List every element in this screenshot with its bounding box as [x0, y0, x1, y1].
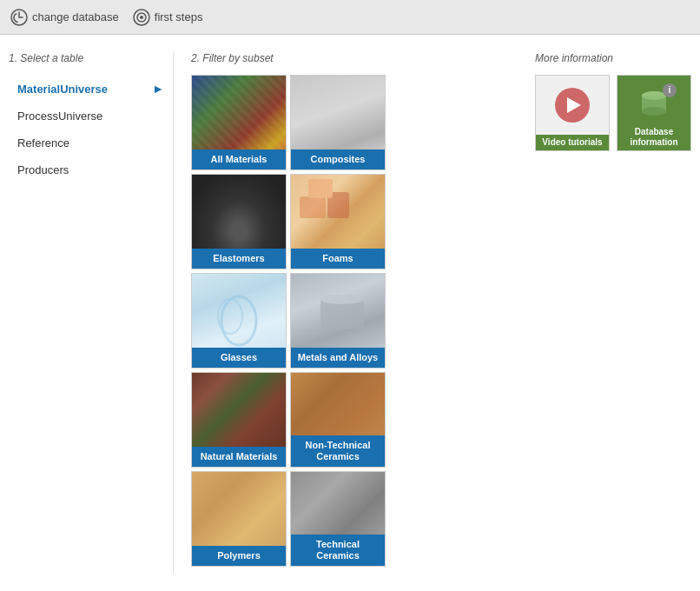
sidebar-item-label: MaterialUniverse: [17, 83, 108, 96]
topbar: change database first steps: [0, 0, 700, 35]
video-tutorials-card[interactable]: Video tutorials: [535, 75, 610, 151]
play-icon: [555, 88, 590, 123]
sidebar-item-label: ProcessUniverse: [17, 110, 102, 123]
tile-non-technical-ceramics-label: Non-Technical Ceramics: [291, 435, 385, 467]
tile-technical-ceramics-label: Technical Ceramics: [291, 535, 385, 566]
sidebar: 1. Select a table MaterialUniverse ► Pro…: [0, 52, 174, 574]
tile-all-materials-label: All Materials: [192, 149, 286, 169]
first-steps-label: first steps: [155, 10, 203, 23]
subset-grid: All Materials Composites Elastomers: [191, 75, 509, 567]
sidebar-item-label: Reference: [17, 136, 69, 149]
tile-composites[interactable]: Composites: [290, 75, 386, 170]
first-steps-button[interactable]: first steps: [133, 9, 203, 26]
tile-polymers[interactable]: Polymers: [191, 471, 287, 567]
chevron-right-icon: ►: [152, 82, 164, 96]
sidebar-section-title: 1. Select a table: [9, 52, 173, 64]
sidebar-item-material-universe[interactable]: MaterialUniverse ►: [9, 75, 173, 103]
database-information-card[interactable]: i Database information: [617, 75, 691, 151]
info-section-title: More information: [535, 52, 691, 64]
tile-metals-alloys[interactable]: Metals and Alloys: [290, 273, 386, 369]
video-tutorials-label: Video tutorials: [536, 135, 609, 150]
filter-section-title: 2. Filter by subset: [191, 52, 509, 64]
change-database-icon: [10, 9, 28, 26]
tile-foams[interactable]: Foams: [290, 174, 386, 269]
metals-svg: [303, 295, 373, 347]
change-database-label: change database: [32, 10, 119, 23]
tile-technical-ceramics[interactable]: Technical Ceramics: [290, 471, 386, 567]
main-layout: 1. Select a table MaterialUniverse ► Pro…: [0, 35, 700, 591]
svg-point-3: [140, 16, 143, 19]
svg-rect-4: [300, 196, 326, 218]
change-database-button[interactable]: change database: [10, 9, 119, 26]
first-steps-icon: [133, 9, 150, 26]
tile-foams-label: Foams: [291, 249, 385, 269]
tile-all-materials[interactable]: All Materials: [191, 75, 287, 170]
sidebar-item-reference[interactable]: Reference: [9, 129, 173, 156]
tile-elastomers[interactable]: Elastomers: [191, 174, 287, 269]
tile-metals-alloys-label: Metals and Alloys: [291, 348, 385, 368]
sidebar-item-producers[interactable]: Producers: [9, 156, 173, 183]
tile-composites-label: Composites: [291, 149, 385, 169]
svg-rect-6: [308, 179, 333, 198]
tile-glasses-label: Glasses: [192, 348, 286, 368]
sidebar-item-process-universe[interactable]: ProcessUniverse: [9, 103, 173, 129]
database-icon: i: [638, 89, 670, 123]
tile-natural-materials[interactable]: Natural Materials: [191, 372, 287, 468]
foams-svg: [300, 179, 378, 240]
tile-elastomers-label: Elastomers: [192, 249, 286, 269]
glasses-svg: [208, 290, 269, 351]
svg-point-13: [642, 107, 666, 116]
tile-polymers-label: Polymers: [192, 546, 286, 566]
database-information-label: Database information: [617, 124, 690, 150]
sidebar-item-label: Producers: [17, 163, 69, 176]
content-area: 2. Filter by subset All Materials Compos…: [174, 52, 526, 574]
info-badge: i: [663, 83, 677, 97]
tile-non-technical-ceramics[interactable]: Non-Technical Ceramics: [290, 372, 386, 468]
tile-glasses[interactable]: Glasses: [191, 273, 287, 369]
play-triangle: [567, 97, 581, 113]
info-panel: More information Video tutorials: [526, 52, 700, 574]
info-cards: Video tutorials i Database information: [535, 75, 691, 151]
tile-natural-materials-label: Natural Materials: [192, 447, 286, 467]
